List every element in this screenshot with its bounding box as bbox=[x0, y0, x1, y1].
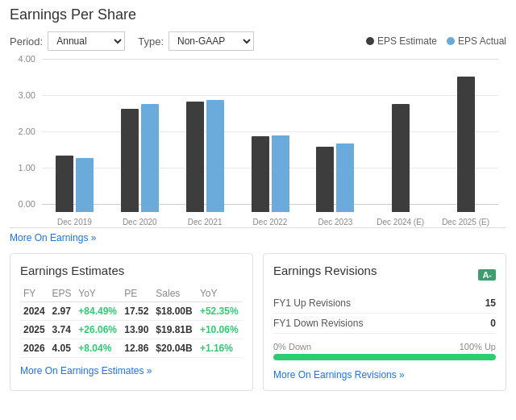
x-label-2020: Dec 2020 bbox=[107, 218, 173, 227]
col-yoy2: YoY bbox=[197, 285, 243, 302]
revisions-header: Earnings Revisions A- bbox=[273, 264, 496, 285]
bar-estimate-2025 bbox=[457, 77, 475, 212]
y-label-1: 1.00 bbox=[19, 163, 35, 173]
bar-estimate-2021 bbox=[186, 102, 204, 212]
estimates-title: Earnings Estimates bbox=[20, 264, 243, 277]
table-row: 2024 2.97 +84.49% 17.52 $18.00B +52.35% bbox=[20, 302, 243, 321]
table-row: 2025 3.74 +26.06% 13.90 $19.81B +10.06% bbox=[20, 321, 243, 339]
y-label-4: 4.00 bbox=[19, 54, 35, 64]
more-on-earnings-link[interactable]: More On Earnings » bbox=[10, 232, 96, 243]
bar-group-2025 bbox=[433, 67, 498, 212]
revision-row-up: FY1 Up Revisions 15 bbox=[273, 293, 496, 314]
revision-up-label: FY1 Up Revisions bbox=[273, 297, 351, 309]
grid-line-4 bbox=[42, 59, 498, 60]
bar-group-2020 bbox=[107, 67, 173, 212]
type-control: Type: Non-GAAP GAAP bbox=[138, 31, 254, 51]
rating-badge: A- bbox=[478, 269, 496, 281]
cell-yoy-2026: +8.04% bbox=[75, 339, 121, 358]
bar-group-2024 bbox=[368, 67, 433, 212]
col-fy: FY bbox=[20, 285, 49, 302]
x-label-2022: Dec 2022 bbox=[238, 218, 303, 227]
cell-sales-2024: $18.00B bbox=[152, 302, 197, 321]
period-label: Period: bbox=[10, 35, 43, 48]
col-sales: Sales bbox=[152, 285, 197, 302]
revision-down-label: FY1 Down Revisions bbox=[273, 318, 363, 329]
cell-syoy-2025: +10.06% bbox=[197, 321, 243, 339]
bar-group-2022 bbox=[238, 67, 303, 212]
bottom-section: Earnings Estimates FY EPS YoY PE Sales Y… bbox=[10, 253, 506, 391]
bar-estimate-2024 bbox=[392, 104, 410, 212]
bar-group-2019 bbox=[42, 67, 107, 212]
revision-down-value: 0 bbox=[490, 318, 496, 329]
cell-yoy-2025: +26.06% bbox=[75, 321, 121, 339]
x-label-2025: Dec 2025 (E) bbox=[433, 218, 498, 227]
progress-up-label: 100% Up bbox=[460, 342, 496, 351]
y-label-3: 3.00 bbox=[19, 90, 35, 100]
cell-eps-2025: 3.74 bbox=[49, 321, 76, 339]
estimate-label: EPS Estimate bbox=[377, 35, 437, 47]
col-yoy: YoY bbox=[75, 285, 121, 302]
eps-chart: 4.00 3.00 2.00 1.00 0.00 bbox=[10, 59, 506, 228]
bar-estimate-2023 bbox=[316, 147, 334, 212]
cell-fy-2026: 2026 bbox=[20, 339, 49, 358]
page-title: Earnings Per Share bbox=[10, 6, 506, 23]
bar-actual-2022 bbox=[272, 135, 289, 212]
col-pe: PE bbox=[121, 285, 152, 302]
revision-row-down: FY1 Down Revisions 0 bbox=[273, 314, 496, 334]
cell-sales-2026: $20.04B bbox=[152, 339, 197, 358]
more-revisions-link[interactable]: More On Earnings Revisions » bbox=[273, 369, 405, 380]
earnings-estimates-card: Earnings Estimates FY EPS YoY PE Sales Y… bbox=[10, 253, 253, 391]
progress-down-label: 0% Down bbox=[273, 342, 311, 351]
cell-pe-2025: 13.90 bbox=[121, 321, 152, 339]
legend-actual: EPS Actual bbox=[447, 35, 506, 47]
cell-pe-2024: 17.52 bbox=[121, 302, 152, 321]
earnings-revisions-card: Earnings Revisions A- FY1 Up Revisions 1… bbox=[263, 253, 506, 391]
type-select[interactable]: Non-GAAP GAAP bbox=[169, 31, 254, 51]
revision-up-value: 15 bbox=[485, 297, 496, 309]
actual-dot bbox=[447, 37, 455, 45]
legend-estimate: EPS Estimate bbox=[366, 35, 437, 47]
y-label-0: 0.00 bbox=[19, 199, 35, 209]
bar-estimate-2020 bbox=[121, 109, 139, 212]
cell-eps-2026: 4.05 bbox=[49, 339, 76, 358]
cell-sales-2025: $19.81B bbox=[152, 321, 197, 339]
table-row: 2026 4.05 +8.04% 12.86 $20.04B +1.16% bbox=[20, 339, 243, 358]
bar-actual-2020 bbox=[141, 104, 159, 212]
bar-actual-2019 bbox=[76, 158, 94, 213]
estimates-table: FY EPS YoY PE Sales YoY 2024 2.97 +84.49… bbox=[20, 285, 243, 358]
bar-estimate-2022 bbox=[252, 136, 269, 213]
period-select[interactable]: Annual Quarterly bbox=[48, 31, 125, 51]
cell-fy-2024: 2024 bbox=[20, 302, 49, 321]
x-label-2023: Dec 2023 bbox=[302, 218, 368, 227]
more-estimates-link[interactable]: More On Earnings Estimates » bbox=[20, 365, 152, 376]
period-control: Period: Annual Quarterly bbox=[10, 31, 125, 51]
x-labels: Dec 2019 Dec 2020 Dec 2021 Dec 2022 Dec … bbox=[42, 218, 498, 227]
cell-eps-2024: 2.97 bbox=[49, 302, 76, 321]
progress-bar-inner bbox=[273, 354, 496, 360]
page-wrapper: Earnings Per Share Period: Annual Quarte… bbox=[0, 0, 516, 401]
cell-pe-2026: 12.86 bbox=[121, 339, 152, 358]
bar-actual-2023 bbox=[336, 143, 354, 212]
bar-actual-2021 bbox=[206, 100, 224, 212]
progress-container: 0% Down 100% Up bbox=[273, 342, 496, 360]
cell-syoy-2024: +52.35% bbox=[197, 302, 243, 321]
bar-estimate-2019 bbox=[56, 156, 73, 212]
revisions-title: Earnings Revisions bbox=[273, 264, 377, 277]
controls-bar: Period: Annual Quarterly Type: Non-GAAP … bbox=[10, 31, 506, 51]
y-label-2: 2.00 bbox=[19, 127, 35, 136]
y-axis: 4.00 3.00 2.00 1.00 0.00 bbox=[10, 59, 39, 204]
cell-fy-2025: 2025 bbox=[20, 321, 49, 339]
bar-group-2023 bbox=[302, 67, 368, 212]
progress-labels: 0% Down 100% Up bbox=[273, 342, 496, 351]
cell-syoy-2026: +1.16% bbox=[197, 339, 243, 358]
x-label-2021: Dec 2021 bbox=[173, 218, 238, 227]
estimate-dot bbox=[366, 37, 374, 45]
x-label-2024: Dec 2024 (E) bbox=[368, 218, 433, 227]
cell-yoy-2024: +84.49% bbox=[75, 302, 121, 321]
x-label-2019: Dec 2019 bbox=[42, 218, 107, 227]
actual-label: EPS Actual bbox=[458, 35, 506, 47]
progress-bar-outer bbox=[273, 354, 496, 360]
chart-legend: EPS Estimate EPS Actual bbox=[366, 35, 506, 47]
col-eps: EPS bbox=[49, 285, 76, 302]
bars-container bbox=[42, 67, 498, 212]
